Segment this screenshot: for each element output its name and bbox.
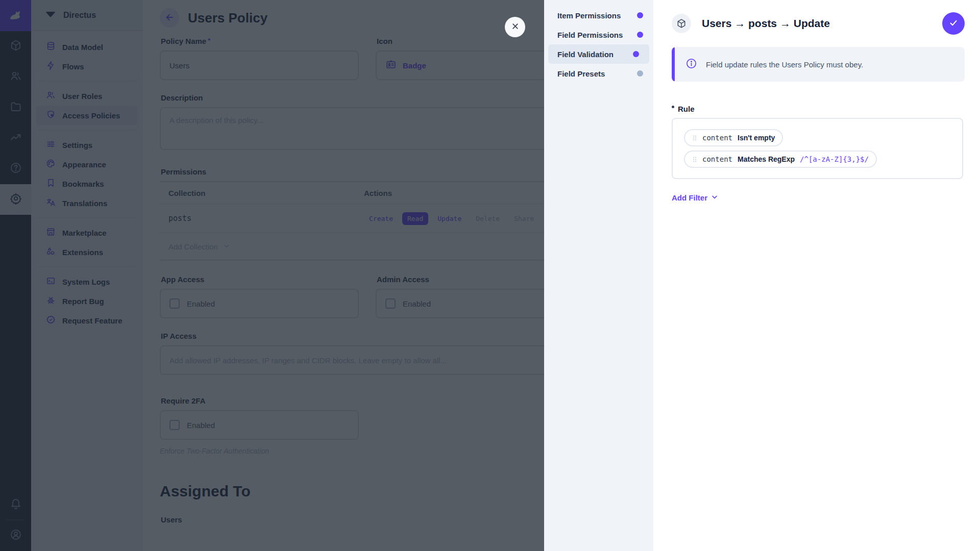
filter-field[interactable]: content xyxy=(702,134,732,142)
app-window: Directus Data Model Flows User Roles Acc… xyxy=(0,0,980,551)
cube-icon xyxy=(672,14,691,33)
filter-operator[interactable]: Isn't empty xyxy=(738,134,775,142)
info-icon xyxy=(685,58,697,71)
edited-dot xyxy=(672,106,674,108)
tab-field-permissions[interactable]: Field Permissions xyxy=(544,25,653,44)
filter-value[interactable]: /^[a-zA-Z]{3,}$/ xyxy=(800,155,869,163)
filter-row[interactable]: content Matches RegExp /^[a-zA-Z]{3,}$/ xyxy=(684,151,877,168)
rule-filter-box: content Isn't empty content Matches RegE… xyxy=(672,118,963,179)
add-filter-button[interactable]: Add Filter xyxy=(672,193,719,203)
filter-row[interactable]: content Isn't empty xyxy=(684,129,783,146)
close-icon xyxy=(510,21,520,33)
tab-field-validation[interactable]: Field Validation xyxy=(548,44,649,64)
drag-handle-icon[interactable] xyxy=(692,156,697,163)
status-dot xyxy=(637,12,643,18)
drawer-nav: Item Permissions Field Permissions Field… xyxy=(544,0,653,551)
status-dot xyxy=(637,70,643,77)
tab-item-permissions[interactable]: Item Permissions xyxy=(544,6,653,25)
check-icon xyxy=(948,18,959,30)
tab-field-presets[interactable]: Field Presets xyxy=(544,64,653,83)
status-dot xyxy=(637,32,643,38)
status-dot xyxy=(633,51,639,57)
filter-operator[interactable]: Matches RegExp xyxy=(738,155,795,163)
save-button[interactable] xyxy=(942,12,965,35)
chevron-down-icon xyxy=(710,193,719,203)
info-banner: Field update rules the Users Policy must… xyxy=(672,47,965,82)
close-drawer-button[interactable] xyxy=(505,17,525,37)
drawer-header: Users → posts → Update xyxy=(672,0,965,47)
rule-header: Rule xyxy=(672,105,965,113)
rule-label: Rule xyxy=(678,105,695,113)
banner-text: Field update rules the Users Policy must… xyxy=(706,60,863,69)
drawer-detail: Users → posts → Update Field update rule… xyxy=(653,0,980,551)
permissions-drawer: Item Permissions Field Permissions Field… xyxy=(544,0,980,551)
drawer-title: Users → posts → Update xyxy=(702,17,830,30)
drag-handle-icon[interactable] xyxy=(692,134,697,142)
filter-field[interactable]: content xyxy=(702,155,732,163)
